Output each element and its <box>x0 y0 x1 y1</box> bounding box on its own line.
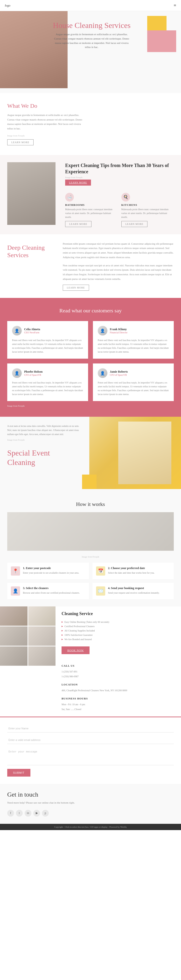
header: logo ≡ <box>0 0 181 11</box>
hero-title: House Cleaning Services <box>48 21 135 30</box>
facebook-icon[interactable]: f <box>7 810 14 816</box>
menu-icon[interactable]: ≡ <box>174 3 176 8</box>
hero-subtitle: Augue neque gravida in fermentum et soll… <box>48 32 135 49</box>
step-1: 📅 2. Choose your preferred date Select t… <box>93 563 174 579</box>
name-input[interactable] <box>7 724 174 732</box>
hero-section: House Cleaning Services Augue neque grav… <box>0 11 181 93</box>
phone-2: 1-(256) 986-0987 <box>62 674 175 679</box>
steps-grid: 📍 1. Enter your postcode Enter your post… <box>7 563 174 599</box>
tip-bathrooms: 🛁 BATHROOMS Malesuada proin libero nunc … <box>65 193 118 227</box>
testimonial-header-2: 👤 Phoebe Holson CFO of SpaceVR <box>12 368 83 378</box>
special-event-title: Special Event Cleaning <box>7 448 80 467</box>
twitter-icon[interactable]: t <box>16 810 23 816</box>
bathrooms-learn-more[interactable]: LEARN MORE <box>65 221 91 227</box>
how-it-works-title: How it works <box>7 501 174 508</box>
feature-3: 100% Satisfaction Guarantee <box>62 633 175 637</box>
testimonial-name-0: Celia Almeta <box>24 328 40 331</box>
deep-cleaning-content: Premium nibh ipsum consequat nisl vel pr… <box>63 242 174 291</box>
deep-cleaning-heading: Deep Cleaning Services <box>7 244 56 259</box>
submit-button[interactable]: SUBMIT <box>7 769 30 776</box>
step-1-number: 2. Choose your preferred date <box>108 566 155 570</box>
gallery-cell-3 <box>28 627 56 646</box>
testimonials-title: Read what our customers say <box>7 307 174 314</box>
contact-form-section: SUBMIT <box>0 717 181 784</box>
kitchens-learn-more[interactable]: LEARN MORE <box>122 221 148 227</box>
step-0-text: Enter your postcode to see available cle… <box>23 571 79 574</box>
gallery-cell-2 <box>0 627 27 646</box>
deep-cleaning-learn-more[interactable]: LEARN MORE <box>63 285 89 291</box>
cleaning-service-title: Cleaning Service <box>62 611 175 616</box>
feature-0: Easy Online Booking (Takes only 60 secon… <box>62 620 175 624</box>
youtube-icon[interactable]: ▶ <box>33 810 40 816</box>
bathrooms-icon: 🛁 <box>65 193 74 202</box>
linkedin-icon[interactable]: in <box>25 810 31 816</box>
step-3: ✉️ 4. Send your booking request Send you… <box>93 583 174 599</box>
pinterest-icon[interactable]: p <box>42 810 49 816</box>
phone-1: 1-(256) 567-891 <box>62 669 175 674</box>
hours-2: Sat, Sun: ......Closed <box>62 707 175 712</box>
how-it-works-section: How it works Image from Freepik 📍 1. Ent… <box>0 494 181 606</box>
step-3-icon: ✉️ <box>96 586 105 595</box>
testimonial-role-3: CFO of SpaceVR <box>110 374 128 376</box>
cleaning-right: Cleaning Service Easy Online Booking (Ta… <box>56 606 181 717</box>
step-0-number: 1. Enter your postcode <box>23 566 79 570</box>
expert-learn-more-button[interactable]: LEARN MORE <box>65 180 91 186</box>
bathrooms-text: Malesuada proin libero nunc consequat in… <box>65 207 118 219</box>
social-icons: f t in ▶ p <box>7 810 174 816</box>
book-now-button[interactable]: BOOK NOW <box>62 646 90 654</box>
testimonial-text-3: Poten sed libero veni sed faucibus turpi… <box>98 381 169 396</box>
avatar-1: 👤 <box>98 326 107 336</box>
testimonial-text-1: Poten sed libero veni sed faucibus turpi… <box>98 338 169 354</box>
expert-image <box>7 162 56 225</box>
testimonial-header-0: 👤 Celia Almeta CEO NextFarm <box>12 326 83 336</box>
testimonial-1: 👤 Frank Klinny Financial Director Poten … <box>93 321 174 359</box>
how-it-works-image <box>7 512 174 551</box>
cleaning-service-section: Cleaning Service Easy Online Booking (Ta… <box>0 606 181 717</box>
testimonial-role-0: CEO NextFarm <box>24 331 40 334</box>
hero-accent-pink <box>147 30 176 52</box>
avatar-2: 👤 <box>12 368 22 378</box>
testimonial-header-3: 👤 Jamie Roberts CFO of SpaceVR <box>98 368 169 378</box>
testimonial-name-1: Frank Klinny <box>110 328 127 331</box>
step-3-text: Send your request and receive confirmati… <box>108 591 160 595</box>
deep-cleaning-text1: Premium nibh ipsum consequat nisl vel pr… <box>63 242 174 259</box>
expert-credit: Image from Freepik <box>65 176 174 178</box>
expert-section: Expert Cleaning Tips from More Than 30 Y… <box>0 155 181 234</box>
message-input[interactable] <box>7 748 174 765</box>
call-us-label: CALL US <box>62 663 175 668</box>
testimonial-2: 👤 Phoebe Holson CFO of SpaceVR Poten sed… <box>7 363 88 401</box>
what-we-do-heading: What We Do <box>7 103 174 109</box>
bathrooms-label: BATHROOMS <box>65 204 118 206</box>
kitchens-text: Malesuada proin libero nunc consequat in… <box>122 207 174 219</box>
get-in-touch-section: Get in touch Need more help? Please use … <box>0 784 181 824</box>
deep-cleaning-section: Deep Cleaning Services Premium nibh ipsu… <box>0 234 181 298</box>
hero-text: House Cleaning Services Augue neque grav… <box>48 21 135 53</box>
logo: logo <box>5 4 10 8</box>
avatar-3: 👤 <box>98 368 107 378</box>
step-0: 📍 1. Enter your postcode Enter your post… <box>7 563 89 579</box>
email-input[interactable] <box>7 736 174 744</box>
gallery-cell-0 <box>0 606 27 626</box>
testimonial-name-3: Jamie Roberts <box>110 370 128 374</box>
kitchens-icon: 🍳 <box>122 193 130 202</box>
get-in-touch-subtitle: Need more help? Please use our online ch… <box>7 801 174 805</box>
testimonial-role-1: Financial Director <box>110 331 127 334</box>
deep-cleaning-text2: Non curabitur neque suscipit suscipit ut… <box>63 263 174 281</box>
feature-1: Certified Professional Cleaners <box>62 624 175 628</box>
feature-2: All Cleaning Supplies Included <box>62 628 175 633</box>
special-event-image <box>89 417 181 489</box>
gallery-grid <box>0 606 56 666</box>
testimonials-grid: 👤 Celia Almeta CEO NextFarm Poten sed li… <box>7 321 174 401</box>
testimonial-0: 👤 Celia Almeta CEO NextFarm Poten sed li… <box>7 321 88 359</box>
special-event-text: A erat nam at lectus urna duis convallis… <box>7 424 80 467</box>
what-we-do-body: Augue neque gravida in fermentum et soll… <box>7 113 85 131</box>
testimonial-name-2: Phoebe Holson <box>24 370 42 374</box>
step-2: 👤 3. Select the cleaners Browse and sele… <box>7 583 89 599</box>
step-2-number: 3. Select the cleaners <box>23 586 80 590</box>
step-0-icon: 📍 <box>11 566 20 576</box>
location-label: LOCATION <box>62 682 175 687</box>
business-hours-label: BUSINESS HOURS <box>62 696 175 701</box>
what-we-do-learn-more[interactable]: LEARN MORE <box>7 139 34 145</box>
feature-4: We Are Bonded and Insured <box>62 637 175 642</box>
testimonial-header-1: 👤 Frank Klinny Financial Director <box>98 326 169 336</box>
